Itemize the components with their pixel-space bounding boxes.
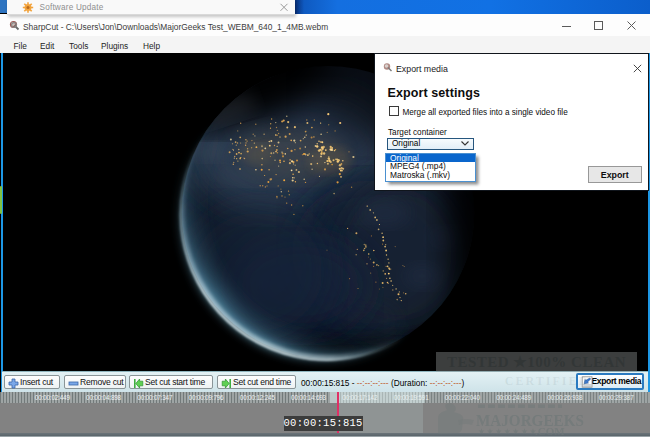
svg-text:.COM: .COM — [535, 425, 565, 437]
svg-text:★★★★★★★: ★★★★★★★ — [478, 427, 538, 436]
